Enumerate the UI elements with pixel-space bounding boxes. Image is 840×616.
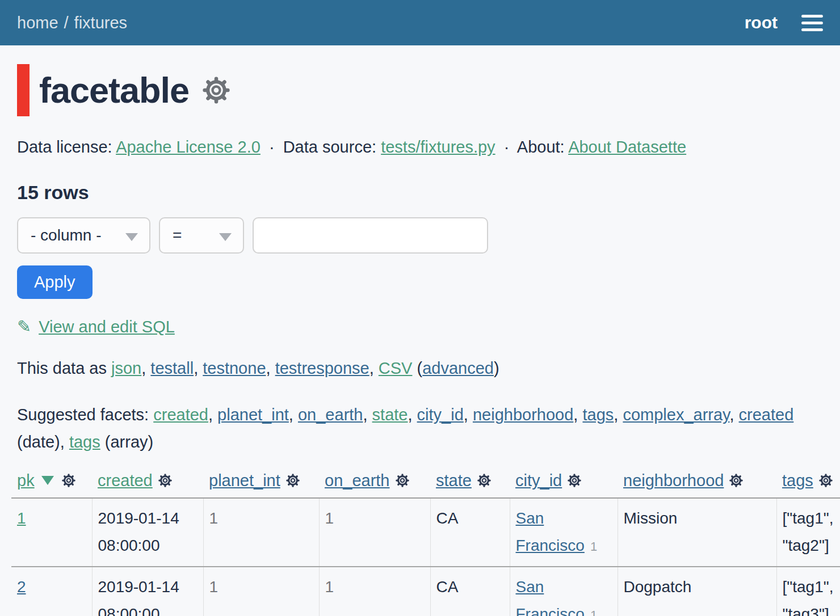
top-nav: home/fixtures root: [0, 0, 840, 45]
column-header-created: created: [92, 468, 203, 498]
cell-link[interactable]: 1: [17, 509, 26, 527]
separator-dot: ·: [269, 138, 275, 156]
export-link-testnone[interactable]: testnone: [203, 359, 266, 377]
table-cell: Mission: [618, 498, 776, 567]
column-cog-icon[interactable]: [567, 473, 582, 488]
table-row: 22019-01-14 08:00:0011CASan Francisco1Do…: [11, 567, 840, 616]
filter-value-input[interactable]: [253, 217, 488, 254]
facet-link-tags[interactable]: tags: [69, 433, 100, 451]
metadata-line: Data license: Apache License 2.0 · Data …: [17, 138, 823, 157]
facet-link-complex_array[interactable]: complex_array: [623, 406, 729, 424]
table-cell: San Francisco1: [510, 498, 618, 567]
table-cell: ["tag1", "tag2"]: [776, 498, 840, 567]
table-cell: 2019-01-14 08:00:00: [92, 498, 203, 567]
table-cell: 1: [319, 498, 430, 567]
cell-link[interactable]: San Francisco: [516, 578, 585, 616]
export-line: This data as json, testall, testnone, te…: [17, 359, 823, 378]
facets-prefix: Suggested facets:: [17, 406, 153, 424]
chevron-down-icon: [125, 233, 138, 241]
filter-operator-select[interactable]: =: [159, 217, 244, 254]
column-cog-icon[interactable]: [395, 473, 410, 488]
column-cog-icon[interactable]: [477, 473, 492, 488]
column-cog-icon[interactable]: [729, 473, 744, 488]
export-link-json[interactable]: json: [111, 359, 141, 377]
source-link[interactable]: tests/fixtures.py: [381, 138, 495, 156]
license-label: Data license:: [17, 138, 112, 156]
column-cog-icon[interactable]: [285, 473, 300, 488]
cell-link[interactable]: 2: [17, 578, 26, 596]
cell-value: 2019-01-14 08:00:00: [98, 509, 179, 554]
table-settings-gear-icon[interactable]: [201, 75, 231, 105]
table-cell: ["tag1", "tag3"]: [776, 567, 840, 616]
facet-link-state[interactable]: state: [372, 406, 408, 424]
column-cog-icon[interactable]: [61, 473, 76, 488]
table-row: 12019-01-14 08:00:0011CASan Francisco1Mi…: [11, 498, 840, 567]
column-header-on_earth: on_earth: [319, 468, 430, 498]
table-cell: CA: [430, 498, 510, 567]
table-cell: San Francisco1: [510, 567, 618, 616]
apply-button[interactable]: Apply: [17, 265, 93, 299]
export-link-testresponse[interactable]: testresponse: [275, 359, 369, 377]
column-cog-icon[interactable]: [158, 473, 173, 488]
nav-right: root: [745, 13, 823, 32]
facet-link-tags[interactable]: tags: [582, 406, 614, 424]
column-sort-link[interactable]: planet_int: [209, 471, 280, 490]
cell-value: 1: [209, 509, 219, 527]
accent-bar: [17, 64, 30, 116]
export-link-advanced[interactable]: advanced: [422, 359, 494, 377]
column-sort-link[interactable]: on_earth: [325, 471, 390, 490]
hamburger-menu-icon[interactable]: [801, 15, 823, 31]
column-cog-icon[interactable]: [818, 473, 833, 488]
facet-link-city_id[interactable]: city_id: [417, 406, 464, 424]
user-menu[interactable]: root: [745, 13, 778, 32]
column-sort-link[interactable]: tags: [782, 471, 813, 490]
about-link[interactable]: About Datasette: [568, 138, 686, 156]
column-sort-link[interactable]: neighborhood: [623, 471, 724, 490]
filter-column-select[interactable]: - column -: [17, 217, 150, 254]
breadcrumb: home/fixtures: [17, 14, 127, 32]
view-edit-sql-link[interactable]: View and edit SQL: [39, 318, 175, 336]
cell-value: 1: [209, 578, 219, 596]
table-cell: Dogpatch: [618, 567, 776, 616]
cell-link[interactable]: San Francisco: [516, 509, 585, 554]
raw-value: 1: [590, 608, 597, 616]
row-count-heading: 15 rows: [17, 182, 823, 204]
sql-line: ✎View and edit SQL: [17, 317, 823, 336]
table-body: 12019-01-14 08:00:0011CASan Francisco1Mi…: [11, 498, 840, 616]
facet-suffix: (array): [100, 433, 153, 451]
title-row: facetable: [17, 64, 823, 116]
source-label: Data source:: [283, 138, 376, 156]
facet-suffix: (date): [17, 433, 60, 451]
breadcrumb-home[interactable]: home: [17, 14, 58, 32]
column-sort-link[interactable]: created: [98, 471, 153, 490]
column-header-planet_int: planet_int: [203, 468, 319, 498]
filter-operator-value: =: [173, 226, 182, 244]
facet-link-neighborhood[interactable]: neighborhood: [473, 406, 573, 424]
column-header-tags: tags: [776, 468, 840, 498]
table-cell: 1: [319, 567, 430, 616]
column-header-city_id: city_id: [510, 468, 618, 498]
main-content: facetable Data license: Apache License 2…: [0, 64, 840, 616]
cell-value: ["tag1", "tag2"]: [783, 509, 834, 554]
column-header-state: state: [430, 468, 510, 498]
export-link-CSV[interactable]: CSV: [379, 359, 413, 377]
cell-value: 1: [325, 578, 334, 596]
table-cell: 2: [11, 567, 92, 616]
facet-link-created[interactable]: created: [153, 406, 208, 424]
data-table: pkcreatedplanet_inton_earthstatecity_idn…: [11, 468, 840, 616]
table-cell: 1: [203, 498, 319, 567]
facet-link-on_earth[interactable]: on_earth: [298, 406, 363, 424]
column-sort-link[interactable]: city_id: [515, 471, 562, 490]
export-link-testall[interactable]: testall: [150, 359, 194, 377]
column-sort-link[interactable]: state: [436, 471, 472, 490]
breadcrumb-database[interactable]: fixtures: [74, 14, 127, 32]
about-label: About:: [517, 138, 565, 156]
facet-link-planet_int[interactable]: planet_int: [217, 406, 289, 424]
license-link[interactable]: Apache License 2.0: [116, 138, 261, 156]
filter-column-value: - column -: [31, 226, 101, 244]
cell-value: 2019-01-14 08:00:00: [98, 578, 179, 616]
table-cell: CA: [430, 567, 510, 616]
column-sort-link[interactable]: pk: [17, 471, 35, 490]
filter-row: - column - =: [17, 217, 823, 254]
facet-link-created[interactable]: created: [739, 406, 794, 424]
